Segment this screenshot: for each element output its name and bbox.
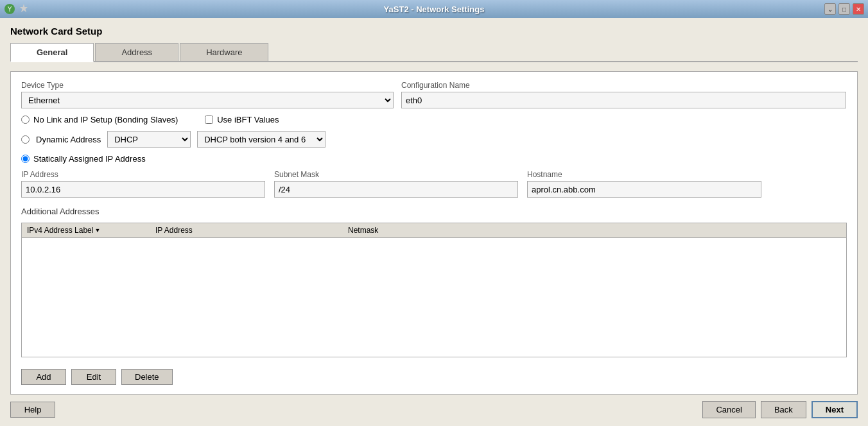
pin-icon — [19, 3, 31, 15]
form-area: Device Type Ethernet Configuration Name … — [10, 71, 858, 395]
add-button[interactable]: Add — [21, 369, 66, 385]
subnet-mask-label: Subnet Mask — [274, 170, 518, 179]
delete-button[interactable]: Delete — [121, 369, 173, 385]
title-bar-controls: ⌄ □ ✕ — [824, 3, 864, 15]
back-button[interactable]: Back — [761, 401, 806, 418]
close-button[interactable]: ✕ — [853, 3, 864, 15]
col-netmask: Netmask — [348, 226, 841, 235]
svg-marker-2 — [20, 4, 28, 12]
dynamic-radio-btn[interactable] — [21, 135, 30, 144]
no-link-radio: No Link and IP Setup (Bonding Slaves) — [21, 115, 178, 124]
device-type-select[interactable]: Ethernet — [21, 92, 394, 108]
hostname-label: Hostname — [527, 170, 761, 179]
ipv4-label-sort-btn[interactable]: IPv4 Address Label ▼ — [27, 226, 100, 235]
config-name-label: Configuration Name — [401, 81, 846, 90]
no-link-label: No Link and IP Setup (Bonding Slaves) — [33, 115, 178, 124]
maximize-button[interactable]: □ — [838, 3, 850, 15]
config-name-input[interactable] — [401, 92, 846, 108]
ip-address-label: IP Address — [21, 170, 265, 179]
window-title: YaST2 - Network Settings — [384, 4, 485, 14]
use-ibft-label: Use iBFT Values — [217, 115, 279, 124]
config-name-group: Configuration Name — [401, 81, 846, 108]
additional-addresses-table: IPv4 Address Label ▼ IP Address Netmask — [21, 223, 847, 357]
no-link-radio-btn[interactable] — [21, 115, 30, 124]
dynamic-label: Dynamic Address — [36, 135, 101, 144]
additional-addresses-label: Additional Addresses — [21, 207, 847, 216]
col-ipv4-label[interactable]: IPv4 Address Label ▼ — [27, 226, 155, 235]
static-radio-btn[interactable] — [21, 155, 30, 163]
static-label: Statically Assigned IP Address — [33, 154, 146, 164]
tab-general[interactable]: General — [10, 43, 94, 62]
ip-address-input[interactable] — [21, 181, 265, 198]
app-icon: Y — [4, 3, 15, 15]
dynamic-address-row: Dynamic Address DHCP DHCP both version 4… — [21, 131, 847, 148]
table-header: IPv4 Address Label ▼ IP Address Netmask — [22, 223, 846, 238]
chevron-down-icon: ▼ — [94, 227, 100, 234]
hostname-input[interactable] — [527, 181, 761, 198]
table-body — [22, 238, 846, 354]
col-ip-address: IP Address — [155, 226, 348, 235]
next-button[interactable]: Next — [812, 401, 858, 418]
title-bar: Y YaST2 - Network Settings ⌄ □ ✕ — [0, 0, 868, 18]
window-body: Network Card Setup General Address Hardw… — [0, 18, 868, 426]
cancel-button[interactable]: Cancel — [702, 401, 755, 418]
use-ibft-radio: Use iBFT Values — [205, 115, 279, 124]
device-type-row: Device Type Ethernet Configuration Name — [21, 81, 847, 108]
device-type-group: Device Type Ethernet — [21, 81, 394, 108]
no-link-row: No Link and IP Setup (Bonding Slaves) Us… — [21, 115, 847, 124]
table-buttons: Add Edit Delete — [21, 369, 847, 385]
bottom-right-buttons: Cancel Back Next — [702, 401, 858, 418]
hostname-group: Hostname — [527, 170, 761, 198]
static-radio-row: Statically Assigned IP Address — [21, 154, 847, 164]
minimize-button[interactable]: ⌄ — [824, 3, 836, 15]
ip-fields-row: IP Address Subnet Mask Hostname — [21, 170, 847, 198]
subnet-mask-input[interactable] — [274, 181, 518, 198]
device-type-label: Device Type — [21, 81, 394, 90]
tab-hardware[interactable]: Hardware — [180, 43, 268, 61]
svg-text:Y: Y — [8, 6, 12, 13]
bottom-bar: Help Cancel Back Next — [10, 395, 858, 418]
dhcp-select[interactable]: DHCP — [107, 131, 191, 148]
dhcp-version-select[interactable]: DHCP both version 4 and 6 — [197, 131, 326, 148]
edit-button[interactable]: Edit — [71, 369, 116, 385]
page-title: Network Card Setup — [10, 26, 858, 37]
subnet-mask-group: Subnet Mask — [274, 170, 518, 198]
use-ibft-checkbox[interactable] — [205, 115, 213, 124]
help-button[interactable]: Help — [10, 402, 55, 418]
ip-address-group: IP Address — [21, 170, 265, 198]
tab-address[interactable]: Address — [95, 43, 178, 61]
tabs: General Address Hardware — [10, 43, 858, 62]
title-bar-left: Y — [4, 3, 31, 15]
